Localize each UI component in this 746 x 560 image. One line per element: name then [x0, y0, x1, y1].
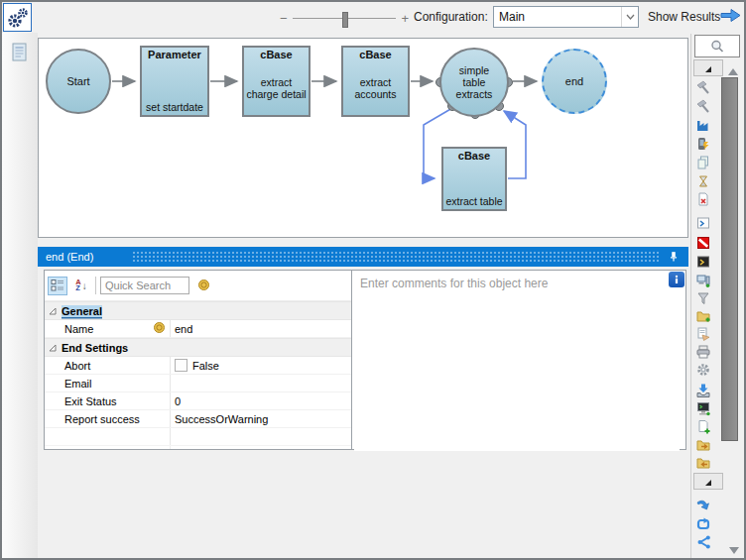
scroll-down-icon[interactable] — [728, 541, 740, 559]
category-row-end-settings[interactable]: End Settings — [45, 338, 351, 357]
folder-out-icon[interactable] — [695, 437, 711, 453]
expander-icon[interactable] — [49, 307, 57, 315]
property-row-name[interactable]: Name end — [45, 320, 351, 338]
folder-in-icon[interactable] — [695, 455, 711, 471]
node-cbase-charge-detail[interactable]: cBase extract charge detail — [242, 46, 311, 117]
zoom-slider-thumb[interactable] — [342, 12, 348, 28]
node-title: Parameter — [142, 48, 207, 60]
collapse-triangle-icon — [703, 63, 713, 73]
flow-merge-icon[interactable] — [695, 498, 711, 513]
zoom-in-label[interactable]: + — [401, 11, 409, 26]
property-label: Exit Status — [64, 395, 117, 407]
node-title: cBase — [343, 48, 408, 60]
hourglass-icon[interactable] — [695, 173, 711, 189]
comments-panel — [351, 270, 686, 450]
comments-input[interactable] — [354, 273, 680, 451]
collapse-triangle-icon — [703, 477, 713, 487]
computer-network-icon[interactable] — [695, 273, 711, 288]
palette-scrollbar-thumb[interactable] — [721, 77, 738, 441]
expander-icon[interactable] — [49, 344, 57, 352]
collapse-group-button[interactable] — [693, 59, 723, 76]
flow-canvas[interactable]: Start Parameter set startdate cBase extr… — [38, 38, 688, 238]
node-cbase-accounts[interactable]: cBase extract accounts — [341, 46, 410, 117]
zoom-out-label[interactable]: − — [280, 11, 288, 26]
printer-icon[interactable] — [695, 344, 711, 360]
quick-search-input[interactable] — [100, 277, 189, 294]
form-hand-icon[interactable] — [695, 326, 711, 342]
file-add-icon[interactable] — [695, 419, 711, 435]
export-tray-icon[interactable] — [695, 383, 711, 398]
node-title: cBase — [244, 48, 309, 60]
show-results-link[interactable]: Show Results — [648, 10, 720, 24]
node-label: extract accounts — [343, 60, 408, 115]
properties-panel-header[interactable]: end (End) — [38, 247, 688, 267]
property-label: Report success — [64, 413, 140, 425]
node-cbase-extract-table[interactable]: cBase extract table — [441, 147, 507, 211]
chevron-down-icon[interactable] — [621, 7, 638, 27]
node-end-selected[interactable]: end — [542, 49, 607, 114]
file-delete-icon[interactable] — [695, 191, 711, 207]
terminal-monitor-icon[interactable] — [695, 400, 711, 416]
property-label: Name — [64, 323, 93, 335]
no-entry-icon[interactable] — [695, 235, 711, 251]
folder-add-icon[interactable] — [695, 308, 711, 324]
show-results-arrow-icon[interactable] — [719, 7, 742, 28]
node-title: cBase — [443, 149, 505, 162]
configuration-value: Main — [494, 10, 621, 24]
factory-icon[interactable] — [695, 117, 711, 133]
property-grid: A Z ↓ General Name end En — [44, 270, 352, 450]
node-parameter[interactable]: Parameter set startdate — [140, 46, 209, 117]
property-value[interactable] — [170, 375, 351, 392]
property-value[interactable]: False — [170, 357, 351, 374]
property-row-abort[interactable]: Abort False — [45, 357, 351, 375]
property-row-report-success[interactable]: Report success SuccessOrWarning — [45, 410, 351, 428]
category-row-general[interactable]: General — [45, 301, 351, 320]
collapse-group-button[interactable] — [693, 473, 723, 490]
property-value[interactable]: end — [170, 320, 351, 337]
sort-alphabetical-button[interactable]: A Z ↓ — [70, 277, 92, 295]
node-simple-table-extracts[interactable]: simple table extracts — [439, 48, 509, 117]
node-start[interactable]: Start — [46, 49, 111, 114]
panel-header-texture — [132, 251, 661, 263]
configuration-dropdown[interactable]: Main — [493, 6, 639, 28]
badge-icon — [198, 277, 209, 294]
copy-pages-icon[interactable] — [695, 155, 711, 170]
filter-funnel-icon[interactable] — [695, 290, 711, 306]
categorize-button[interactable] — [48, 277, 67, 295]
empty-row — [45, 428, 351, 446]
grid-filler — [45, 446, 351, 449]
console-dark-icon[interactable] — [695, 254, 711, 270]
category-label: End Settings — [62, 342, 128, 354]
flow-split-icon[interactable] — [695, 534, 711, 550]
process-tab[interactable] — [3, 3, 32, 32]
property-row-exit-status[interactable]: Exit Status 0 — [45, 392, 351, 410]
gears-icon — [6, 6, 30, 30]
flow-loop-icon[interactable] — [695, 516, 711, 532]
palette-search-button[interactable] — [694, 35, 740, 57]
toolbar-separator — [95, 277, 96, 294]
info-icon[interactable] — [669, 272, 684, 287]
configuration-label: Configuration: — [414, 10, 488, 24]
pin-icon[interactable] — [667, 250, 681, 266]
search-icon — [709, 39, 725, 55]
property-value[interactable]: SuccessOrWarning — [170, 410, 351, 427]
node-label: extract charge detail — [244, 60, 309, 115]
gear-icon[interactable] — [695, 362, 711, 378]
left-strip — [2, 33, 38, 558]
badge-icon — [154, 322, 165, 335]
zoom-slider[interactable]: − + — [280, 10, 409, 28]
property-value[interactable]: 0 — [170, 392, 351, 409]
node-title: Start — [66, 75, 89, 87]
node-label: extract table — [443, 195, 505, 209]
hammer-icon[interactable] — [695, 79, 711, 95]
abort-checkbox[interactable] — [175, 359, 187, 372]
hammer-icon[interactable] — [695, 98, 711, 114]
property-row-email[interactable]: Email — [45, 375, 351, 392]
device-lightning-icon[interactable] — [695, 136, 711, 152]
document-tab[interactable] — [8, 40, 32, 65]
az-icon: A Z — [75, 280, 80, 292]
property-label: Abort — [64, 360, 90, 372]
app-window: − + Configuration: Main Show Results — [0, 0, 746, 560]
tool-palette — [690, 34, 745, 558]
console-icon[interactable] — [695, 215, 711, 231]
